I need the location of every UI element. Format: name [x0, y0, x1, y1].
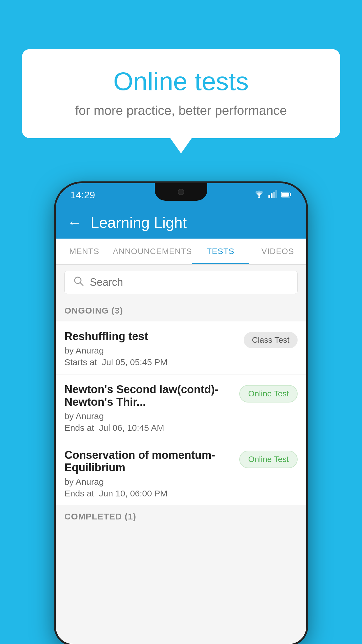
completed-section-header: COMPLETED (1) — [56, 506, 306, 527]
test-info: Newton's Second law(contd)-Newton's Thir… — [64, 383, 233, 433]
test-name: Newton's Second law(contd)-Newton's Thir… — [64, 383, 233, 408]
badge-online-test-2: Online Test — [239, 451, 298, 468]
status-bar: 14:29 — [56, 183, 306, 206]
test-time: Ends at Jul 06, 10:45 AM — [64, 423, 233, 433]
search-container — [56, 265, 306, 300]
search-bar[interactable] — [64, 271, 298, 294]
svg-rect-6 — [290, 193, 291, 196]
app-bar: ← Learning Light — [56, 206, 306, 239]
phone-frame: 14:29 — [56, 183, 306, 644]
test-info: Reshuffling test by Anurag Starts at Jul… — [64, 330, 238, 367]
battery-icon — [281, 190, 292, 200]
signal-icon — [268, 190, 277, 200]
camera — [178, 189, 184, 195]
tabs-bar: MENTS ANNOUNCEMENTS TESTS VIDEOS — [56, 239, 306, 265]
wifi-icon — [254, 190, 264, 200]
svg-rect-2 — [271, 193, 273, 198]
status-time: 14:29 — [70, 189, 95, 201]
test-author: by Anurag — [64, 411, 233, 421]
ongoing-section-header: ONGOING (3) — [56, 300, 306, 321]
badge-online-test: Online Test — [239, 385, 298, 402]
test-name: Conservation of momentum-Equilibrium — [64, 449, 233, 474]
badge-class-test: Class Test — [244, 332, 298, 348]
tab-ments[interactable]: MENTS — [56, 239, 113, 264]
speech-bubble: Online tests for more practice, better p… — [22, 49, 340, 138]
bubble-subtitle: for more practice, better performance — [45, 103, 317, 118]
svg-rect-4 — [275, 190, 277, 198]
status-icons — [254, 190, 292, 200]
app-bar-title: Learning Light — [91, 214, 187, 231]
test-item[interactable]: Reshuffling test by Anurag Starts at Jul… — [56, 321, 306, 374]
svg-rect-7 — [282, 192, 289, 197]
back-button[interactable]: ← — [67, 214, 82, 231]
phone-screen: 14:29 — [56, 183, 306, 644]
tab-announcements[interactable]: ANNOUNCEMENTS — [113, 239, 192, 264]
test-author: by Anurag — [64, 346, 238, 356]
notch — [155, 183, 207, 201]
test-info: Conservation of momentum-Equilibrium by … — [64, 449, 233, 498]
test-item[interactable]: Newton's Second law(contd)-Newton's Thir… — [56, 374, 306, 440]
svg-rect-1 — [268, 195, 270, 198]
bubble-title: Online tests — [45, 66, 317, 96]
svg-point-0 — [258, 196, 260, 198]
svg-line-9 — [80, 283, 83, 286]
tab-tests[interactable]: TESTS — [192, 239, 249, 264]
svg-rect-3 — [273, 192, 275, 198]
search-input[interactable] — [90, 276, 289, 288]
test-time: Starts at Jul 05, 05:45 PM — [64, 357, 238, 367]
test-name: Reshuffling test — [64, 330, 238, 343]
tab-videos[interactable]: VIDEOS — [249, 239, 306, 264]
test-item[interactable]: Conservation of momentum-Equilibrium by … — [56, 440, 306, 506]
search-icon — [73, 276, 84, 289]
test-time: Ends at Jun 10, 06:00 PM — [64, 489, 233, 498]
test-author: by Anurag — [64, 477, 233, 487]
